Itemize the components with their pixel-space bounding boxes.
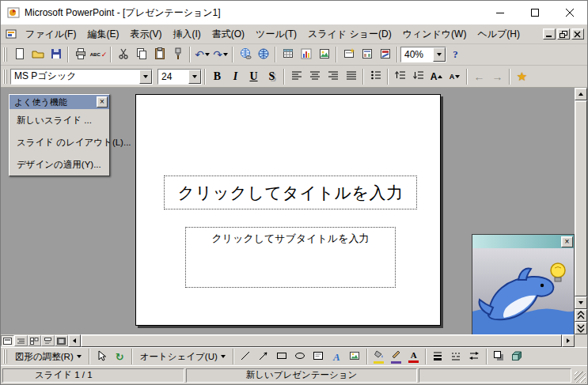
slide-view-button[interactable] <box>1 335 14 346</box>
new-slide-button[interactable] <box>340 46 358 63</box>
palette-close-button[interactable]: × <box>97 96 108 108</box>
font-color-button[interactable]: A <box>405 349 423 364</box>
insert-table-button[interactable] <box>279 46 297 63</box>
increase-paragraph-spacing-button[interactable] <box>391 68 409 85</box>
scroll-left-button[interactable] <box>68 334 81 347</box>
text-shadow-button[interactable]: S <box>263 68 281 85</box>
arrow-style-button[interactable] <box>465 348 484 365</box>
spelling-button[interactable]: ABC ✓ <box>89 46 108 63</box>
line-style-button[interactable] <box>429 348 447 365</box>
font-name-combobox[interactable]: MS Pゴシック <box>10 69 153 85</box>
slide-layout-button[interactable] <box>358 46 376 63</box>
web-toolbar-button[interactable] <box>254 46 272 63</box>
promote-button[interactable]: ← <box>470 68 488 85</box>
rectangle-tool-button[interactable] <box>273 348 291 365</box>
horizontal-scrollbar-thumb[interactable] <box>81 334 562 347</box>
menu-file[interactable]: ファイル(F) <box>20 25 82 44</box>
outline-view-button[interactable] <box>14 335 28 346</box>
menu-edit[interactable]: 編集(E) <box>82 25 124 44</box>
toolbar-drag-handle[interactable] <box>3 70 7 84</box>
insert-clipart-button[interactable] <box>315 46 333 63</box>
resize-grip[interactable] <box>575 372 586 383</box>
undo-button[interactable]: ↶ <box>193 46 211 63</box>
arrow-tool-button[interactable] <box>255 348 273 365</box>
scroll-up-button[interactable] <box>575 88 587 100</box>
previous-slide-button[interactable] <box>575 309 587 322</box>
menu-format[interactable]: 書式(O) <box>207 25 250 44</box>
next-slide-button[interactable] <box>575 322 587 334</box>
new-button[interactable] <box>10 46 28 63</box>
maximize-button[interactable] <box>518 1 552 25</box>
insert-chart-button[interactable] <box>297 46 315 63</box>
redo-button[interactable]: ↷ <box>211 46 230 63</box>
free-rotate-button[interactable]: ↻ <box>111 348 129 365</box>
palette-titlebar[interactable]: よく使う機能 × <box>9 95 109 109</box>
align-center-button[interactable] <box>305 68 324 85</box>
shadow-button[interactable] <box>490 348 508 365</box>
presentation-icon[interactable] <box>6 29 17 39</box>
3d-button[interactable] <box>508 348 526 365</box>
subtitle-placeholder[interactable]: クリックしてサブタイトルを入力 <box>185 227 396 288</box>
font-name-dropdown-icon[interactable] <box>139 70 152 84</box>
dolphin-assistant-image[interactable] <box>472 248 574 336</box>
dash-style-button[interactable] <box>447 348 465 365</box>
fill-color-button[interactable] <box>370 349 388 364</box>
bold-button[interactable]: B <box>208 68 226 85</box>
scroll-right-button[interactable] <box>562 334 575 347</box>
text-box-button[interactable] <box>309 348 328 365</box>
align-left-button[interactable] <box>287 68 305 85</box>
menu-view[interactable]: 表示(V) <box>124 25 167 44</box>
palette-item-new-slide[interactable]: 新しいスライド ... <box>9 109 109 131</box>
insert-clipart-button-drawing[interactable] <box>346 348 364 365</box>
common-tasks-button[interactable]: ★ <box>513 68 531 85</box>
oval-tool-button[interactable] <box>291 348 309 365</box>
paste-button[interactable] <box>150 46 169 63</box>
slide-sorter-view-button[interactable] <box>28 335 41 346</box>
font-size-combobox[interactable]: 24 <box>157 69 202 85</box>
child-close-button[interactable] <box>571 28 584 40</box>
palette-item-slide-layout[interactable]: スライド のレイアウト(L)... <box>9 131 109 153</box>
insert-wordart-button[interactable]: A <box>328 348 346 365</box>
align-right-button[interactable] <box>324 68 342 85</box>
close-button[interactable] <box>552 1 587 25</box>
toolbar-drag-handle[interactable] <box>3 47 7 62</box>
bullets-button[interactable] <box>366 68 385 85</box>
decrease-paragraph-spacing-button[interactable] <box>409 68 427 85</box>
underline-button[interactable]: U <box>245 68 263 85</box>
menu-help[interactable]: ヘルプ(H) <box>472 25 525 44</box>
font-size-dropdown-icon[interactable] <box>188 70 201 84</box>
palette-item-apply-design[interactable]: デザインの適用(Y)... <box>9 153 109 176</box>
undo-dropdown-icon[interactable] <box>205 53 210 56</box>
justify-button[interactable] <box>342 68 360 85</box>
increase-font-size-button[interactable]: A <box>427 68 446 85</box>
toolbar-drag-handle[interactable] <box>3 349 7 364</box>
vertical-scrollbar-thumb[interactable] <box>575 100 587 296</box>
slide-show-button[interactable] <box>55 335 68 346</box>
open-button[interactable] <box>28 46 47 63</box>
line-tool-button[interactable] <box>237 348 255 365</box>
scroll-down-button[interactable] <box>575 296 587 309</box>
child-minimize-button[interactable] <box>543 28 556 40</box>
minimize-button[interactable] <box>483 1 518 25</box>
child-restore-button[interactable] <box>557 28 570 40</box>
decrease-font-size-button[interactable]: A <box>446 68 464 85</box>
demote-button[interactable]: → <box>488 68 506 85</box>
slide-canvas[interactable]: クリックしてタイトルを入力 クリックしてサブタイトルを入力 <box>135 94 441 326</box>
office-assistant-window[interactable]: × <box>472 234 575 337</box>
insert-hyperlink-button[interactable] <box>236 46 254 63</box>
print-button[interactable] <box>71 46 89 63</box>
copy-button[interactable] <box>132 46 150 63</box>
menu-window[interactable]: ウィンドウ(W) <box>397 25 472 44</box>
menu-insert[interactable]: 挿入(I) <box>167 25 206 44</box>
zoom-dropdown-icon[interactable] <box>433 47 446 62</box>
notes-page-view-button[interactable] <box>41 335 55 346</box>
menu-slideshow[interactable]: スライド ショー(D) <box>302 25 397 44</box>
italic-button[interactable]: I <box>226 68 245 85</box>
zoom-combobox[interactable]: 40% <box>400 47 446 62</box>
help-button[interactable]: ? <box>446 46 465 63</box>
menu-tools[interactable]: ツール(T) <box>250 25 302 44</box>
line-color-button[interactable] <box>388 349 405 364</box>
assistant-close-button[interactable]: × <box>561 236 573 247</box>
vertical-scrollbar[interactable] <box>575 88 587 334</box>
redo-dropdown-icon[interactable] <box>223 53 228 56</box>
